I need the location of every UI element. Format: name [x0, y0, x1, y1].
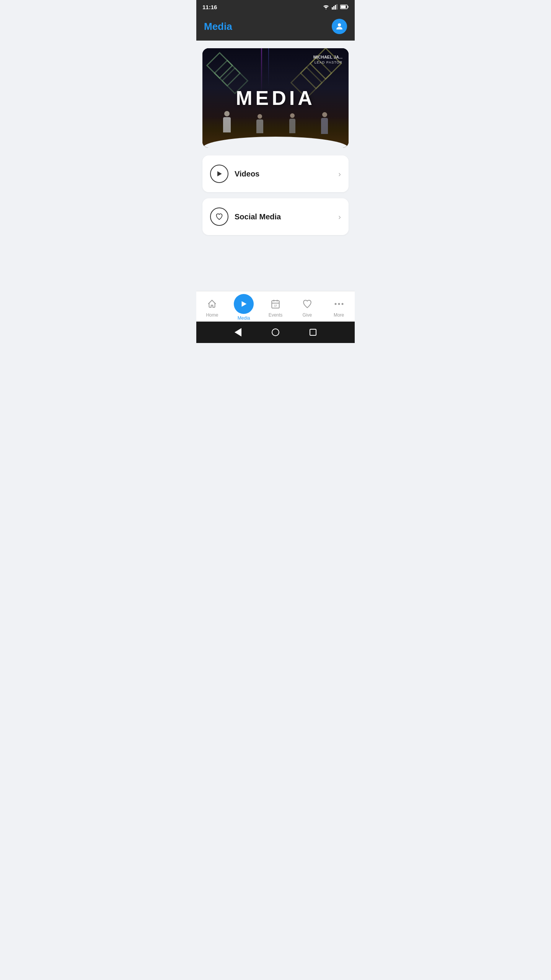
svg-point-7	[338, 23, 341, 26]
app-header: Media	[196, 14, 355, 41]
android-recents-button[interactable]	[310, 329, 316, 336]
play-icon	[215, 170, 223, 178]
menu-section: Videos › Social Media ›	[196, 155, 355, 235]
social-media-menu-item[interactable]: Social Media ›	[202, 198, 349, 235]
calendar-icon: 17	[271, 299, 280, 309]
svg-rect-6	[341, 6, 346, 8]
social-media-label: Social Media	[235, 212, 281, 221]
heart-give-icon	[302, 299, 312, 309]
android-nav-bar	[196, 322, 355, 343]
more-nav-label: More	[334, 312, 344, 318]
status-bar: 11:16	[196, 0, 355, 14]
hero-banner: MICHAEL JA... LEAD PASTOR MEDIA	[202, 48, 349, 148]
bottom-navigation: Home Media 17 Events Giv	[196, 291, 355, 322]
svg-point-17	[341, 303, 343, 305]
svg-rect-0	[332, 7, 333, 10]
svg-rect-2	[335, 5, 336, 10]
home-nav-icon-wrap	[205, 297, 219, 311]
menu-item-left: Videos	[210, 165, 259, 183]
android-back-button[interactable]	[235, 328, 241, 336]
nav-item-home[interactable]: Home	[196, 296, 228, 319]
status-icons	[323, 4, 349, 10]
events-nav-icon-wrap: 17	[269, 297, 282, 311]
give-nav-icon-wrap	[300, 297, 314, 311]
media-nav-label: Media	[238, 315, 250, 321]
android-home-button[interactable]	[272, 328, 279, 336]
user-icon	[335, 22, 344, 31]
svg-marker-9	[242, 301, 247, 307]
play-circle-icon	[210, 165, 228, 183]
more-dots-icon	[334, 301, 344, 307]
svg-rect-3	[336, 4, 337, 10]
svg-rect-5	[348, 6, 349, 8]
give-nav-label: Give	[302, 312, 312, 318]
media-play-icon	[240, 300, 248, 308]
header-title: Media	[204, 21, 232, 33]
signal-icon	[332, 4, 338, 10]
heart-circle-icon	[210, 207, 228, 226]
svg-point-15	[334, 303, 336, 305]
svg-point-16	[338, 303, 340, 305]
nav-item-more[interactable]: More	[323, 296, 355, 319]
media-nav-button[interactable]	[234, 294, 254, 314]
svg-rect-1	[333, 6, 334, 10]
profile-icon-button[interactable]	[332, 19, 347, 34]
status-time: 11:16	[202, 4, 217, 10]
videos-label: Videos	[235, 170, 259, 178]
chevron-right-icon: ›	[338, 212, 341, 221]
battery-icon	[340, 5, 349, 9]
nav-item-media[interactable]: Media	[228, 292, 260, 322]
svg-marker-8	[217, 171, 222, 176]
videos-menu-item[interactable]: Videos ›	[202, 155, 349, 192]
nav-item-events[interactable]: 17 Events	[260, 296, 292, 319]
nav-item-give[interactable]: Give	[291, 296, 323, 319]
menu-item-left: Social Media	[210, 207, 281, 226]
home-nav-label: Home	[206, 312, 218, 318]
chevron-right-icon: ›	[338, 170, 341, 178]
heart-icon	[215, 213, 223, 220]
more-nav-icon-wrap	[332, 297, 346, 311]
svg-text:17: 17	[274, 304, 277, 307]
hero-title-text: MEDIA	[236, 87, 315, 109]
wifi-icon	[323, 4, 329, 10]
home-icon	[207, 299, 217, 309]
events-nav-label: Events	[269, 312, 283, 318]
